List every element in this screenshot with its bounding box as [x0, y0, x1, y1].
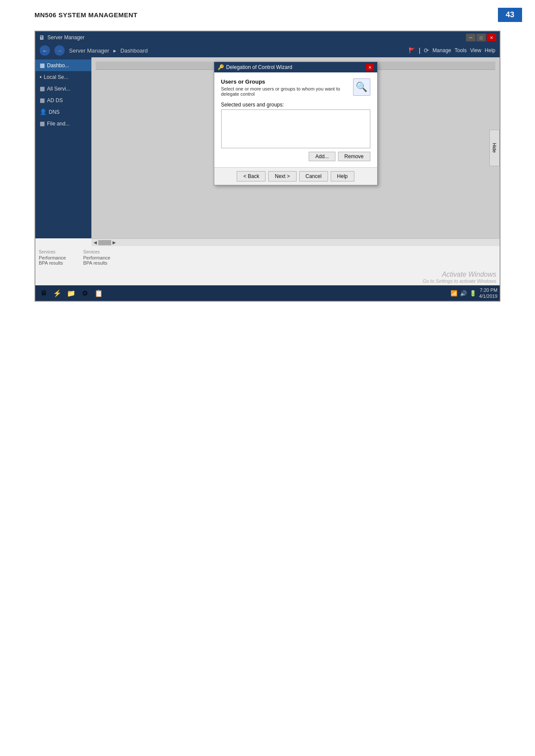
manage-menu[interactable]: Manage: [432, 47, 451, 53]
dialog-content: Users or Groups Select one or more users…: [214, 72, 377, 167]
taskbar-left: 🖥 ⚡ 📁 ⚙ 📋: [38, 287, 105, 299]
delegation-wizard-dialog: 🔑 Delegation of Control Wizard ✕ Users o…: [214, 62, 378, 185]
scroll-left-button[interactable]: ◀: [94, 240, 97, 245]
cancel-button[interactable]: Cancel: [299, 171, 328, 181]
dialog-footer: < Back Next > Cancel Help: [214, 167, 377, 185]
dialog-close-button[interactable]: ✕: [366, 64, 374, 71]
taskbar-time-value: 7:20 PM: [479, 287, 497, 293]
window-title: Server Manager: [47, 34, 84, 41]
taskbar: 🖥 ⚡ 📁 ⚙ 📋 📶 🔊 🔋 7:20 PM 4/1/2019: [35, 285, 500, 301]
dialog-section-desc: Select one or more users or groups to wh…: [221, 86, 349, 97]
sidebar-item-label: AD DS: [47, 97, 63, 103]
refresh-icon: ⟳: [424, 47, 429, 54]
sidebar-item-label: Dashbo...: [47, 62, 69, 69]
nav-right: 🚩 | ⟳ Manage Tools View Help: [409, 47, 495, 54]
scroll-right-button[interactable]: ▶: [113, 240, 116, 245]
dashboard-icon: ▦: [40, 62, 45, 69]
taskbar-icon-2[interactable]: ⚡: [51, 287, 63, 299]
hide-button[interactable]: Hide: [489, 130, 500, 166]
title-bar-controls: ─ □ ✕: [466, 34, 496, 41]
sidebar-item-file-and[interactable]: ▦ File and...: [35, 118, 91, 129]
screenshot-area: 🖥 Server Manager ─ □ ✕ ← → Server Manage…: [34, 31, 501, 302]
status-card-1-bpa: BPA results: [39, 260, 66, 266]
sidebar-item-label: Local Se...: [44, 74, 69, 80]
nav-bar: ← → Server Manager ▸ Dashboard 🚩 | ⟳ Man…: [35, 44, 500, 57]
dialog-section-title: Users or Groups: [221, 78, 349, 85]
dialog-header-section: Users or Groups Select one or more users…: [221, 78, 370, 97]
title-bar: 🖥 Server Manager ─ □ ✕: [35, 31, 500, 44]
minimize-button[interactable]: ─: [466, 34, 476, 41]
taskbar-icon-3[interactable]: 📁: [65, 287, 77, 299]
sidebar-item-label: File and...: [47, 121, 70, 127]
status-cards-row: Services Performance BPA results Service…: [35, 246, 500, 269]
taskbar-icon-4[interactable]: ⚙: [79, 287, 91, 299]
taskbar-volume-icon: 🔊: [460, 290, 467, 297]
users-groups-list[interactable]: [221, 109, 370, 148]
server-manager-window: 🖥 Server Manager ─ □ ✕ ← → Server Manage…: [35, 31, 500, 301]
status-card-1: Services Performance BPA results: [39, 250, 66, 266]
dialog-field-label: Selected users and groups:: [221, 102, 370, 108]
status-card-2-title: Services: [83, 250, 110, 254]
status-card-1-title: Services: [39, 250, 66, 254]
status-card-2-bpa: BPA results: [83, 260, 110, 266]
maximize-button[interactable]: □: [476, 34, 486, 41]
ad-ds-icon: ▦: [40, 97, 45, 103]
right-panel: Active Directory Users and Computers 🔑 D…: [91, 57, 500, 238]
server-manager-icon: 🖥: [39, 34, 45, 41]
sidebar: ▦ Dashbo... ▪ Local Se... ▦ All Servi...…: [35, 57, 91, 238]
status-card-1-perf: Performance: [39, 255, 66, 260]
status-card-2: Services Performance BPA results: [83, 250, 110, 266]
dialog-title-text: Delegation of Control Wizard: [226, 64, 292, 70]
view-menu[interactable]: View: [470, 47, 482, 53]
add-button[interactable]: Add...: [309, 152, 335, 161]
taskbar-network-icon: 📶: [451, 290, 457, 297]
back-button[interactable]: < Back: [237, 171, 266, 181]
main-content: ▦ Dashbo... ▪ Local Se... ▦ All Servi...…: [35, 57, 500, 238]
sidebar-item-dns[interactable]: 👤 DNS: [35, 106, 91, 118]
page-number-badge: 43: [498, 8, 522, 22]
activate-windows-line2: Go to Settings to activate Windows: [39, 278, 496, 284]
taskbar-right: 📶 🔊 🔋 7:20 PM 4/1/2019: [451, 287, 497, 300]
activate-windows: Activate Windows Go to Settings to activ…: [35, 269, 500, 285]
back-button[interactable]: ←: [40, 45, 50, 56]
dialog-overlay: 🔑 Delegation of Control Wizard ✕ Users o…: [91, 57, 500, 238]
next-button[interactable]: Next >: [268, 171, 296, 181]
sidebar-item-local-server[interactable]: ▪ Local Se...: [35, 71, 91, 83]
dialog-title-bar: 🔑 Delegation of Control Wizard ✕: [214, 62, 377, 72]
dns-icon: 👤: [40, 109, 47, 115]
all-servers-icon: ▦: [40, 85, 45, 92]
title-bar-left: 🖥 Server Manager: [39, 34, 84, 41]
taskbar-battery-icon: 🔋: [469, 290, 476, 297]
close-window-button[interactable]: ✕: [487, 34, 496, 41]
file-icon: ▦: [40, 120, 45, 127]
taskbar-icon-1[interactable]: 🖥: [38, 287, 50, 299]
wizard-icon: 🔍: [353, 78, 370, 96]
activate-windows-line1: Activate Windows: [39, 271, 496, 278]
nav-title: Server Manager ▸ Dashboard: [69, 47, 404, 54]
sidebar-item-dashboard[interactable]: ▦ Dashbo...: [35, 59, 91, 71]
sidebar-item-label: All Servi...: [47, 86, 70, 92]
page-header: MN506 SYSTEM MANAGEMENT 43: [0, 0, 535, 26]
local-server-icon: ▪: [40, 74, 42, 80]
taskbar-icon-5[interactable]: 📋: [93, 287, 105, 299]
taskbar-time: 7:20 PM 4/1/2019: [479, 287, 497, 300]
dialog-add-remove-row: Add... Remove: [221, 152, 370, 161]
dialog-icon: 🔑: [218, 64, 224, 70]
page-title: MN506 SYSTEM MANAGEMENT: [34, 11, 138, 19]
notification-icon: 🚩: [409, 47, 415, 53]
sidebar-item-all-servers[interactable]: ▦ All Servi...: [35, 83, 91, 94]
help-menu[interactable]: Help: [485, 47, 495, 53]
sidebar-item-label: DNS: [49, 109, 59, 115]
scroll-thumb[interactable]: [98, 240, 111, 245]
horizontal-scrollbar[interactable]: ◀ ▶: [91, 238, 500, 246]
tools-menu[interactable]: Tools: [455, 47, 467, 53]
flag-icon: |: [419, 47, 420, 54]
help-button[interactable]: Help: [331, 171, 354, 181]
remove-button[interactable]: Remove: [338, 152, 370, 161]
sidebar-item-ad-ds[interactable]: ▦ AD DS: [35, 94, 91, 106]
taskbar-date-value: 4/1/2019: [479, 293, 497, 299]
forward-button[interactable]: →: [54, 45, 65, 56]
dialog-title-left: 🔑 Delegation of Control Wizard: [218, 64, 292, 70]
status-card-2-perf: Performance: [83, 255, 110, 260]
